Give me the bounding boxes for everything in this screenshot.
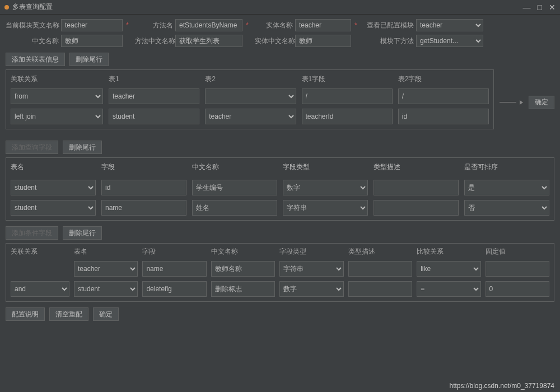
config-desc-button[interactable]: 配置说明 — [6, 307, 45, 321]
join-t2-select[interactable]: teacher — [205, 109, 296, 124]
cond-header-rel: 关联关系 — [11, 247, 69, 256]
minimize-button[interactable]: — — [523, 3, 531, 12]
query-cn-input[interactable] — [192, 200, 277, 216]
join-rel-select[interactable]: left join — [11, 109, 103, 124]
query-header-field: 字段 — [101, 162, 186, 172]
cond-header-cn: 中文名称 — [211, 247, 275, 256]
query-header-desc: 类型描述 — [374, 162, 459, 172]
view-module-select[interactable]: teacher — [416, 19, 483, 31]
cond-header-table: 表名 — [74, 247, 138, 256]
join-header-t2: 表2 — [205, 74, 296, 84]
query-cn-input[interactable] — [192, 180, 277, 195]
label-method-cn: 方法中文名称 — [135, 36, 173, 46]
confirm-button[interactable]: 确定 — [93, 307, 119, 321]
query-type-select[interactable]: 数字 — [283, 180, 368, 195]
query-table-select[interactable]: student — [11, 200, 96, 216]
join-header-f1: 表1字段 — [302, 74, 393, 84]
join-t1-input[interactable] — [109, 109, 199, 124]
watermark-url: https://blog.csdn.net/m0_37719874 — [450, 382, 554, 390]
join-header-f2: 表2字段 — [398, 74, 489, 84]
cond-table-select[interactable]: teacher — [74, 261, 138, 277]
app-icon — [4, 5, 9, 10]
join-rel-select[interactable]: from — [11, 88, 103, 104]
cond-header-cmp: 比较关系 — [417, 247, 480, 256]
join-header-rel: 关联关系 — [11, 74, 103, 84]
label-cn: 中文名称 — [6, 36, 59, 46]
label-view-module: 查看已配置模块 — [363, 21, 414, 30]
method-input[interactable] — [175, 19, 242, 31]
query-header-table: 表名 — [11, 162, 96, 172]
cond-field-input[interactable] — [142, 281, 206, 297]
join-t2-select[interactable] — [205, 88, 296, 104]
cond-header-field: 字段 — [142, 247, 206, 256]
module-method-select[interactable]: getStudent... — [416, 35, 483, 47]
entity-cn-input[interactable] — [295, 35, 351, 47]
query-desc-input[interactable] — [374, 180, 459, 195]
cond-panel: 关联关系 表名 字段 中文名称 字段类型 类型描述 比较关系 固定值 teach… — [6, 243, 554, 302]
query-sortable-select[interactable]: 否 — [464, 200, 549, 216]
titlebar: 多表查询配置 — □ ✕ — [0, 0, 560, 15]
label-module-method: 模块下方法 — [363, 36, 414, 46]
cond-field-input[interactable] — [142, 261, 206, 277]
close-button[interactable]: ✕ — [549, 3, 556, 12]
add-join-button[interactable]: 添加关联表信息 — [6, 53, 65, 66]
confirm-join-button[interactable]: 确定 — [529, 96, 554, 109]
join-t1-input[interactable] — [109, 88, 199, 104]
clear-reconf-button[interactable]: 清空重配 — [49, 307, 88, 321]
join-header-t1: 表1 — [109, 74, 199, 84]
add-cond-button[interactable]: 添加条件字段 — [6, 226, 58, 240]
window-title: 多表查询配置 — [12, 2, 523, 12]
join-panel: 关联关系 表1 表2 表1字段 表2字段 from left join teac… — [6, 69, 494, 129]
module-en-input[interactable] — [61, 19, 123, 31]
delete-tail-button-2[interactable]: 删除尾行 — [63, 141, 102, 154]
join-f2-input[interactable] — [398, 109, 489, 124]
cond-cmp-select[interactable]: = — [417, 281, 480, 297]
query-desc-input[interactable] — [374, 200, 459, 216]
delete-tail-button-3[interactable]: 删除尾行 — [63, 226, 102, 240]
cond-desc-input[interactable] — [348, 261, 412, 277]
label-entity: 实体名称 — [255, 21, 293, 30]
cond-header-desc: 类型描述 — [348, 247, 412, 256]
required-mark: * — [353, 21, 361, 29]
query-field-input[interactable] — [101, 200, 186, 216]
query-header-sortable: 是否可排序 — [464, 162, 549, 172]
join-f1-input[interactable] — [302, 109, 393, 124]
query-panel: 表名 字段 中文名称 字段类型 类型描述 是否可排序 student 数字 是 … — [6, 157, 554, 221]
method-cn-input[interactable] — [175, 35, 242, 47]
label-entity-cn: 实体中文名称 — [255, 36, 293, 46]
cond-cn-input[interactable] — [211, 261, 275, 277]
cond-cn-input[interactable] — [211, 281, 275, 297]
arrow-icon — [500, 100, 523, 105]
cond-header-type: 字段类型 — [279, 247, 343, 256]
cond-rel-select[interactable]: and — [11, 281, 69, 297]
cn-input[interactable] — [61, 35, 123, 47]
cond-fixed-input[interactable] — [486, 281, 549, 297]
query-header-type: 字段类型 — [283, 162, 368, 172]
join-f2-input[interactable] — [398, 88, 489, 104]
cond-type-select[interactable]: 字符串 — [279, 261, 343, 277]
cond-fixed-input[interactable] — [486, 261, 549, 277]
maximize-button[interactable]: □ — [538, 3, 542, 12]
cond-header-fixed: 固定值 — [486, 247, 549, 256]
cond-table-select[interactable]: student — [74, 281, 138, 297]
label-method: 方法名 — [135, 21, 173, 30]
required-mark: * — [125, 21, 133, 29]
join-f1-input[interactable] — [302, 88, 393, 104]
query-table-select[interactable]: student — [11, 180, 96, 195]
cond-type-select[interactable]: 数字 — [279, 281, 343, 297]
entity-input[interactable] — [295, 19, 351, 31]
add-query-button[interactable]: 添加查询字段 — [6, 141, 58, 154]
query-sortable-select[interactable]: 是 — [464, 180, 549, 195]
cond-cmp-select[interactable]: like — [417, 261, 480, 277]
query-header-cn: 中文名称 — [192, 162, 277, 172]
cond-desc-input[interactable] — [348, 281, 412, 297]
required-mark: * — [245, 21, 253, 29]
delete-tail-button[interactable]: 删除尾行 — [69, 53, 109, 66]
label-module-en: 当前模块英文名称 — [6, 21, 59, 30]
query-field-input[interactable] — [101, 180, 186, 195]
query-type-select[interactable]: 字符串 — [283, 200, 368, 216]
